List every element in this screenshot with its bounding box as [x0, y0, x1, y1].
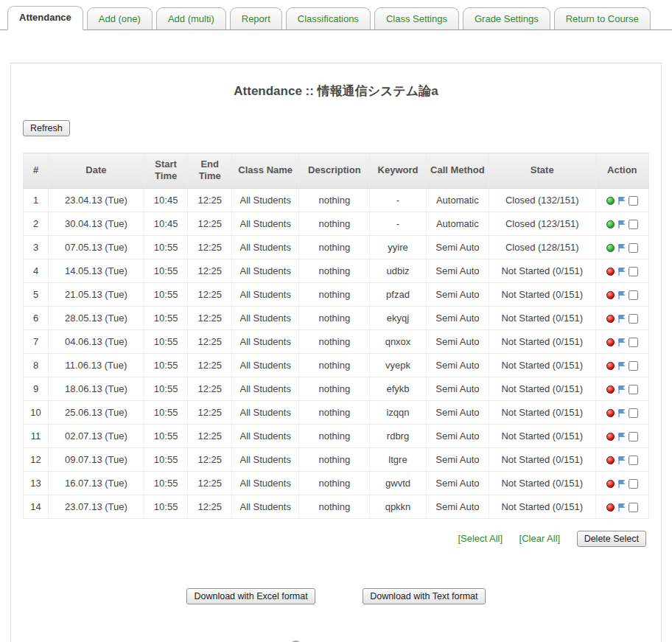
row-select-checkbox[interactable]	[629, 385, 638, 394]
status-red-icon[interactable]	[606, 456, 615, 464]
start-time-cell: 10:55	[144, 282, 188, 306]
clear-all-link[interactable]: [Clear All]	[519, 533, 561, 544]
flag-icon[interactable]	[617, 385, 626, 394]
row-select-checkbox[interactable]	[629, 314, 638, 324]
flag-icon[interactable]	[617, 456, 626, 465]
status-red-icon[interactable]	[606, 480, 615, 488]
row-select-checkbox[interactable]	[629, 503, 638, 512]
download-excel-button[interactable]: Download with Excel format	[186, 588, 315, 604]
flag-icon[interactable]	[617, 479, 626, 489]
class-name-cell: All Students	[231, 188, 298, 212]
keyword-cell: qpkkn	[370, 495, 427, 519]
row-select-checkbox[interactable]	[629, 456, 638, 465]
call-method-cell: Semi Auto	[426, 353, 489, 377]
row-select-checkbox[interactable]	[629, 432, 638, 442]
delete-select-button[interactable]: Delete Select	[577, 531, 646, 547]
description-cell: nothing	[299, 235, 370, 259]
start-time-cell: 10:55	[144, 259, 188, 282]
description-cell: nothing	[299, 495, 370, 519]
state-cell: Not Started (0/151)	[489, 259, 595, 282]
status-red-icon[interactable]	[606, 315, 615, 323]
row-select-checkbox[interactable]	[629, 408, 638, 418]
table-row: 811.06.13 (Tue)10:5512:25All Studentsnot…	[24, 353, 649, 377]
description-cell: nothing	[299, 329, 370, 353]
row-select-checkbox[interactable]	[629, 267, 638, 276]
tab-attendance[interactable]: Attendance	[7, 6, 83, 30]
date-cell: 18.06.13 (Tue)	[49, 377, 144, 401]
description-cell: nothing	[299, 425, 370, 448]
class-name-cell: All Students	[231, 306, 298, 329]
state-cell: Not Started (0/151)	[489, 495, 595, 519]
status-green-icon[interactable]	[606, 244, 615, 252]
start-time-cell: 10:55	[144, 306, 188, 329]
class-name-cell: All Students	[231, 353, 298, 377]
call-method-cell: Semi Auto	[426, 425, 489, 448]
tab-add-multi[interactable]: Add (multi)	[156, 7, 226, 29]
row-number-cell: 11	[24, 425, 49, 448]
status-red-icon[interactable]	[606, 338, 615, 346]
table-row: 918.06.13 (Tue)10:5512:25All Studentsnot…	[24, 377, 649, 401]
refresh-button[interactable]: Refresh	[23, 120, 70, 136]
start-time-cell: 10:55	[144, 235, 188, 259]
date-cell: 23.07.13 (Tue)	[49, 495, 144, 519]
status-green-icon[interactable]	[606, 220, 615, 228]
status-red-icon[interactable]	[606, 362, 615, 370]
state-cell: Not Started (0/151)	[489, 282, 595, 306]
end-time-cell: 12:25	[188, 329, 232, 353]
tab-add-one[interactable]: Add (one)	[87, 7, 153, 29]
status-red-icon[interactable]	[606, 268, 615, 276]
tab-report[interactable]: Report	[230, 7, 282, 29]
flag-icon[interactable]	[617, 314, 626, 324]
row-number-cell: 8	[24, 353, 49, 377]
flag-icon[interactable]	[617, 361, 626, 371]
flag-icon[interactable]	[617, 290, 626, 300]
date-cell: 25.06.13 (Tue)	[49, 401, 144, 425]
action-cell	[595, 448, 648, 472]
row-select-checkbox[interactable]	[629, 220, 638, 229]
keyword-cell: -	[370, 212, 427, 235]
status-red-icon[interactable]	[606, 385, 615, 394]
row-number-cell: 7	[24, 329, 49, 353]
keyword-cell: gwvtd	[370, 472, 427, 495]
flag-icon[interactable]	[617, 338, 626, 347]
state-cell: Not Started (0/151)	[489, 448, 595, 472]
end-time-cell: 12:25	[188, 495, 232, 519]
tab-class-settings[interactable]: Class Settings	[374, 7, 459, 29]
flag-icon[interactable]	[617, 243, 626, 253]
class-name-cell: All Students	[231, 448, 298, 472]
flag-icon[interactable]	[617, 267, 626, 276]
keyword-cell: efykb	[370, 377, 427, 401]
tab-classifications[interactable]: Classifications	[286, 7, 371, 29]
row-number-cell: 10	[24, 401, 49, 425]
flag-icon[interactable]	[617, 196, 626, 206]
row-select-checkbox[interactable]	[629, 290, 638, 300]
status-red-icon[interactable]	[606, 503, 615, 512]
row-select-checkbox[interactable]	[629, 361, 638, 371]
flag-icon[interactable]	[617, 503, 626, 512]
flag-icon[interactable]	[617, 220, 626, 229]
download-text-button[interactable]: Download with Text format	[363, 588, 485, 604]
status-red-icon[interactable]	[606, 433, 615, 441]
row-number-cell: 14	[24, 495, 49, 519]
flag-icon[interactable]	[617, 408, 626, 418]
row-select-checkbox[interactable]	[629, 243, 638, 253]
status-red-icon[interactable]	[606, 409, 615, 417]
class-name-cell: All Students	[231, 425, 298, 448]
flag-icon[interactable]	[617, 432, 626, 442]
select-all-link[interactable]: [Select All]	[458, 533, 503, 544]
date-cell: 23.04.13 (Tue)	[49, 188, 144, 212]
col-header-end-time: End Time	[188, 153, 232, 189]
date-cell: 11.06.13 (Tue)	[49, 353, 144, 377]
row-select-checkbox[interactable]	[629, 479, 638, 489]
table-row: 230.04.13 (Tue)10:4512:25All Studentsnot…	[24, 212, 649, 235]
row-select-checkbox[interactable]	[629, 338, 638, 347]
tab-return-to-course[interactable]: Return to Course	[554, 7, 651, 29]
class-name-cell: All Students	[231, 472, 298, 495]
row-select-checkbox[interactable]	[629, 196, 638, 206]
tab-grade-settings[interactable]: Grade Settings	[463, 7, 550, 29]
table-row: 1102.07.13 (Tue)10:5512:25All Studentsno…	[24, 425, 649, 448]
status-green-icon[interactable]	[606, 197, 615, 205]
status-red-icon[interactable]	[606, 291, 615, 299]
date-cell: 14.05.13 (Tue)	[49, 259, 144, 282]
state-cell: Not Started (0/151)	[489, 329, 595, 353]
